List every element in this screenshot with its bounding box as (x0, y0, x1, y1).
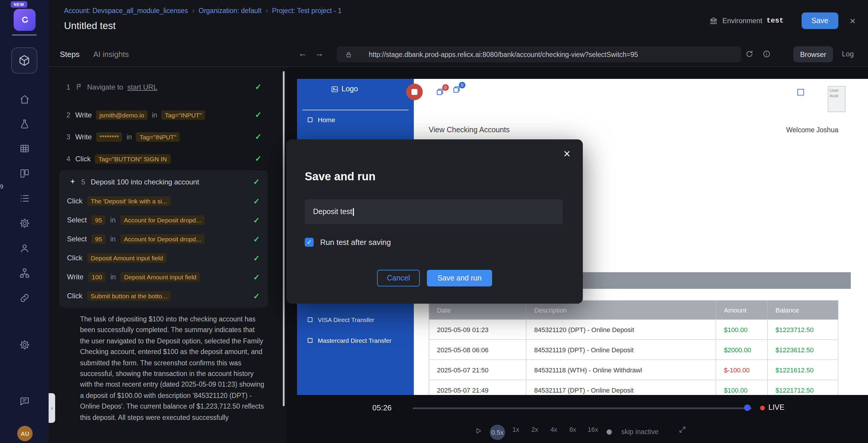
check-icon: ✓ (255, 83, 261, 91)
substep-row-2[interactable]: Select 95 in Account for Deposit dropd..… (59, 210, 268, 230)
environment-value: test (767, 17, 784, 25)
substep-row-4[interactable]: Click Deposit Amount input field ✓ (59, 248, 268, 267)
url-bar[interactable]: http://stage.dbank.prod-apps.relicx.ai:8… (337, 46, 741, 62)
sidebar-item-settings[interactable] (0, 216, 49, 230)
step-row-2[interactable]: 2 Write jsmith@demo.io in Tag="INPUT" ✓ (49, 104, 286, 126)
column-header: Balance (768, 301, 838, 320)
cell-amount: $-100.00 (716, 360, 768, 380)
panel-collapse-handle[interactable]: ‹ (49, 393, 55, 423)
tab-log[interactable]: Log (842, 50, 854, 58)
playback-time: 05:26 (372, 403, 392, 412)
icon-rail: NEW 9 AU (0, 0, 49, 443)
header-actions: Environment test Save × (709, 0, 856, 41)
speed-16x[interactable]: 16x (588, 426, 598, 433)
sidebar-item-lab[interactable] (0, 117, 49, 131)
speed-8x[interactable]: 8x (569, 426, 576, 433)
sidebar-item-feedback[interactable] (0, 394, 49, 408)
close-icon[interactable]: × (849, 16, 856, 26)
expand-icon[interactable] (679, 426, 686, 434)
steps-scrollbar[interactable] (283, 71, 285, 406)
substep-row-3[interactable]: Select 95 in Account for Deposit dropd..… (59, 230, 268, 248)
step-row-4[interactable]: 4 Click Tag="BUTTON" SIGN IN ✓ (49, 148, 286, 170)
forward-icon[interactable]: → (315, 48, 324, 58)
step-group-header[interactable]: 5 Deposit 100 into checking account ✓ (59, 172, 268, 191)
bank-nav-label: Home (318, 116, 335, 123)
skip-toggle-knob[interactable] (607, 430, 612, 435)
step-number: 2 (66, 111, 71, 119)
chevron-separator: › (192, 7, 194, 14)
timeline-track[interactable] (413, 407, 752, 409)
tab-steps[interactable]: Steps (60, 50, 80, 58)
sidebar-item-runs[interactable] (0, 191, 49, 205)
checkbox-checked-icon[interactable]: ✓ (305, 238, 314, 247)
close-icon[interactable]: × (563, 148, 570, 159)
save-and-run-button[interactable]: Save and run (427, 270, 492, 287)
step-number: 1 (66, 83, 71, 91)
tab-browser[interactable]: Browser (793, 46, 833, 62)
bank-logo-broken-image: Logo (331, 85, 358, 93)
sidebar-item-home[interactable] (0, 92, 49, 106)
bullet-square-icon (308, 317, 312, 322)
environment-selector[interactable]: Environment test (709, 16, 783, 25)
step-action: Write (67, 273, 84, 281)
save-button[interactable]: Save (801, 12, 838, 29)
test-name-input[interactable]: Deposit test (305, 199, 563, 224)
table-icon (19, 143, 30, 154)
user-avatar[interactable]: AU (17, 426, 33, 441)
cancel-button[interactable]: Cancel (377, 270, 420, 287)
bank-nav-visa-transfer[interactable]: VISA Direct Transfer (308, 316, 374, 323)
breadcrumb-project[interactable]: Project: Test project - 1 (272, 7, 342, 14)
cell-description: 845321118 (WTH) - Online Withdrawl (526, 360, 716, 380)
step-action: Select (67, 235, 87, 243)
speed-1x[interactable]: 1x (512, 426, 519, 433)
sidebar-item-suites[interactable] (0, 141, 49, 155)
sidebar-item-tests-active[interactable] (11, 48, 37, 73)
cube-icon (18, 54, 31, 67)
sidebar-item-users[interactable] (0, 241, 49, 255)
tab-ai-insights[interactable]: AI insights (93, 50, 129, 58)
columns-icon (19, 168, 30, 179)
back-icon[interactable]: ← (298, 48, 307, 58)
step-row-1[interactable]: 1 Navigate to start URL ✓ (49, 76, 286, 98)
step-locator-chip: Account for Deposit dropd... (120, 215, 205, 225)
sidebar-item-board[interactable] (0, 166, 49, 180)
flag-icon (75, 83, 83, 91)
cell-description: 845321117 (DPT) - Online Deposit (526, 380, 716, 395)
play-icon[interactable] (475, 427, 482, 435)
run-after-save-option[interactable]: ✓ Run test after saving (305, 238, 391, 247)
bank-logo-text: Logo (342, 85, 358, 93)
step-row-3[interactable]: 3 Write ******** in Tag="INPUT" ✓ (49, 126, 286, 148)
step-target-link[interactable]: start URL (127, 83, 157, 91)
sidebar-item-links[interactable] (0, 291, 49, 305)
breadcrumb-organization[interactable]: Organization: default (198, 7, 261, 14)
person-icon (19, 242, 30, 254)
speed-0.5x[interactable]: 0.5x (490, 424, 505, 440)
info-icon[interactable] (763, 50, 771, 58)
substep-row-1[interactable]: Click The 'Deposit' link with a si... ✓ (59, 191, 268, 210)
app-logo[interactable] (13, 9, 36, 31)
bullet-square-icon (308, 117, 312, 122)
stop-icon (411, 89, 417, 95)
chat-icon (19, 395, 30, 407)
speed-2x[interactable]: 2x (531, 426, 538, 433)
bank-nav-label: Mastercard Direct Transfer (318, 337, 392, 344)
breadcrumb-account[interactable]: Account: Devspace_all_module_licenses (64, 7, 188, 14)
lock-icon (345, 51, 352, 58)
bank-nav-label: VISA Direct Transfer (318, 316, 374, 323)
step-locator-chip: Deposit Amount input field (121, 272, 200, 282)
timeline-thumb[interactable] (744, 405, 751, 411)
substep-row-5[interactable]: Write 100 in Deposit Amount input field … (59, 267, 268, 287)
sidebar-item-preferences[interactable] (0, 337, 49, 352)
sidebar-item-integrations[interactable] (0, 266, 49, 280)
substep-row-6[interactable]: Click Submit button at the botto... ✓ (59, 287, 268, 305)
skip-inactive-label[interactable]: skip inactive (621, 428, 658, 435)
column-header: Amount (716, 301, 768, 320)
refresh-icon[interactable] (745, 50, 753, 58)
bank-nav-mastercard-transfer[interactable]: Mastercard Direct Transfer (308, 337, 392, 344)
step-locator-chip: Tag="BUTTON" SIGN IN (95, 154, 170, 164)
speed-4x[interactable]: 4x (550, 426, 557, 433)
step-action: Navigate to (87, 83, 123, 91)
record-stop-button[interactable] (406, 84, 423, 100)
cell-amount: $100.00 (716, 320, 768, 340)
bank-nav-home[interactable]: Home (308, 116, 335, 123)
